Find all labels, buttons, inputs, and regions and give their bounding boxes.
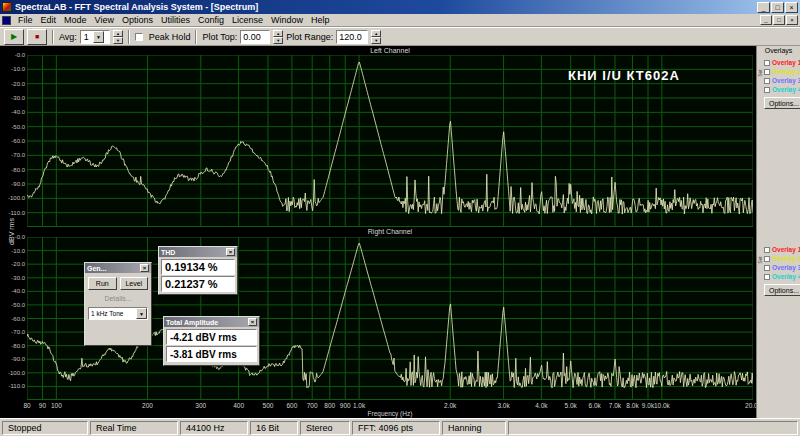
child-window-icon[interactable] [2, 16, 11, 25]
y-tick-label: -40.0 [1, 109, 25, 116]
overlay-row-1: Overlay 1 [764, 245, 800, 254]
menu-options[interactable]: Options [118, 15, 157, 25]
plot-range-field[interactable]: 120.0 [336, 30, 368, 44]
spin-up-icon[interactable]: ▲ [273, 30, 283, 37]
thd-dialog-title: THD [161, 249, 175, 256]
menu-license[interactable]: License [228, 15, 267, 25]
maximize-icon[interactable]: □ [771, 2, 784, 13]
minimize-icon[interactable]: _ [757, 2, 770, 13]
overlay-4-label: Overlay 4 [772, 273, 800, 280]
overlay-rows-right: Overlay 1Overlay 2Overlay 3Overlay 4Opti… [764, 245, 800, 296]
x-tick-label: 90 [39, 402, 46, 409]
overlay-options-button-left[interactable]: Options... [764, 97, 800, 109]
spectralab-window: SpectraLAB - FFT Spectral Analysis Syste… [0, 0, 800, 436]
spin-down-icon[interactable]: ▼ [113, 37, 123, 44]
menu-file[interactable]: File [14, 15, 37, 25]
menu-edit[interactable]: Edit [37, 15, 61, 25]
y-tick-label: -80.0 [1, 167, 25, 174]
mdi-controls: _ □ × [760, 15, 798, 25]
chevron-down-icon[interactable]: ▼ [93, 31, 104, 43]
overlay-group-left: Set Overlay 1Overlay 2Overlay 3Overlay 4… [759, 58, 800, 109]
overlay-group-right: Set Overlay 1Overlay 2Overlay 3Overlay 4… [759, 245, 800, 296]
close-icon[interactable]: × [248, 318, 257, 326]
y-tick-label: -50.0 [1, 302, 25, 309]
menu-config[interactable]: Config [194, 15, 228, 25]
app-icon [2, 2, 12, 12]
spin-down-icon[interactable]: ▼ [273, 37, 283, 44]
overlay-row-2: Overlay 2 [764, 67, 800, 76]
spin-up-icon[interactable]: ▲ [113, 30, 123, 37]
generator-tone-select[interactable]: 1 kHz Tone ▼ [88, 307, 148, 320]
x-tick-label: 600 [286, 402, 297, 409]
x-tick-label: 8.0k [626, 402, 638, 409]
total-amplitude-dialog: Total Amplitude × -4.21 dBV rms -3.81 dB… [163, 316, 260, 366]
menu-window[interactable]: Window [267, 15, 307, 25]
status-stopped: Stopped [2, 421, 88, 435]
total-amplitude-dialog-title: Total Amplitude [166, 319, 218, 326]
thd-left-value: 0.19134 % [161, 259, 235, 275]
overlay-3-label: Overlay 3 [772, 77, 800, 84]
spin-up-icon[interactable]: ▲ [371, 30, 381, 37]
overlay-row-2: Overlay 2 [764, 254, 800, 263]
x-tick-label: 900 [340, 402, 351, 409]
overlay-4-checkbox[interactable] [764, 274, 770, 280]
status-hanning: Hanning [442, 421, 506, 435]
mdi-close-icon[interactable]: × [786, 15, 798, 25]
overlay-4-checkbox[interactable] [764, 87, 770, 93]
overlay-set-label: Set [757, 69, 763, 77]
thd-dialog-titlebar[interactable]: THD × [159, 247, 237, 257]
generator-dialog: Gen... × Run Level Details... 1 kHz Tone… [84, 262, 152, 346]
overlay-3-checkbox[interactable] [764, 78, 770, 84]
overlay-2-checkbox[interactable] [764, 69, 770, 75]
y-tick-label: -0.0 [1, 234, 25, 241]
stop-icon: ■ [35, 33, 39, 40]
overlay-1-checkbox[interactable] [764, 247, 770, 253]
y-tick-label: -10.0 [1, 66, 25, 73]
plot-top-stepper[interactable]: ▲ ▼ [273, 30, 283, 44]
plot-range-label: Plot Range: [286, 32, 333, 42]
plot-range-stepper[interactable]: ▲ ▼ [371, 30, 381, 44]
mdi-restore-icon[interactable]: □ [773, 15, 785, 25]
status-filler [508, 421, 798, 435]
y-tick-label: -70.0 [1, 329, 25, 336]
overlay-2-checkbox[interactable] [764, 256, 770, 262]
peak-hold-label: Peak Hold [149, 32, 191, 42]
overlay-row-1: Overlay 1 [764, 58, 800, 67]
generator-dialog-titlebar[interactable]: Gen... × [85, 263, 151, 273]
mdi-minimize-icon[interactable]: _ [760, 15, 772, 25]
title-bar: SpectraLAB - FFT Spectral Analysis Syste… [0, 0, 800, 14]
overlay-3-checkbox[interactable] [764, 265, 770, 271]
close-icon[interactable]: × [785, 2, 798, 13]
spin-down-icon[interactable]: ▼ [371, 37, 381, 44]
overlay-rows-left: Overlay 1Overlay 2Overlay 3Overlay 4Opti… [764, 58, 800, 109]
x-tick-label: 80 [23, 402, 30, 409]
plot-top-field[interactable]: 0.00 [240, 30, 270, 44]
avg-value: 1 [84, 32, 89, 42]
stop-button[interactable]: ■ [27, 29, 47, 45]
chevron-down-icon[interactable]: ▼ [136, 308, 147, 319]
menu-mode[interactable]: Mode [60, 15, 91, 25]
window-title: SpectraLAB - FFT Spectral Analysis Syste… [15, 2, 754, 12]
menu-help[interactable]: Help [307, 15, 334, 25]
status-16-bit: 16 Bit [250, 421, 298, 435]
avg-stepper[interactable]: ▲ ▼ [113, 30, 123, 44]
y-tick-label: -0.0 [1, 52, 25, 59]
total-amplitude-dialog-titlebar[interactable]: Total Amplitude × [164, 317, 259, 327]
menu-utilities[interactable]: Utilities [157, 15, 194, 25]
run-button[interactable]: ▶ [4, 29, 24, 45]
overlay-1-checkbox[interactable] [764, 60, 770, 66]
overlay-row-3: Overlay 3 [764, 76, 800, 85]
overlay-options-button-right[interactable]: Options... [764, 284, 800, 296]
close-icon[interactable]: × [140, 264, 149, 272]
y-tick-label: -50.0 [1, 124, 25, 131]
close-icon[interactable]: × [226, 248, 235, 256]
avg-select[interactable]: 1 ▼ [80, 30, 110, 44]
peak-hold-checkbox[interactable] [135, 33, 143, 41]
x-tick-label: 800 [324, 402, 335, 409]
status-bar: StoppedReal Time44100 Hz16 BitStereoFFT:… [0, 418, 800, 436]
x-tick-label: 4.0k [535, 402, 547, 409]
menu-view[interactable]: View [91, 15, 118, 25]
generator-run-button[interactable]: Run [88, 277, 117, 290]
y-tick-label: -80.0 [1, 343, 25, 350]
generator-level-button[interactable]: Level [120, 277, 149, 290]
